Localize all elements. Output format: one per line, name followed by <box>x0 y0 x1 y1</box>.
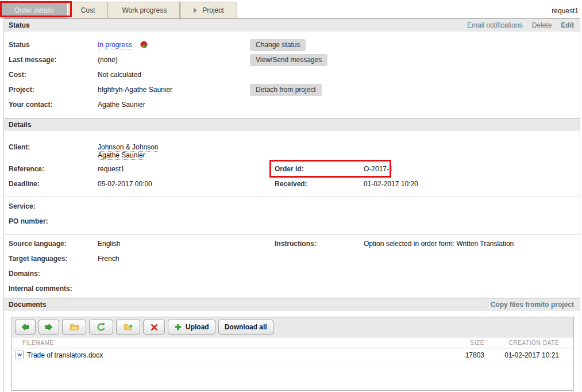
documents-section-title: Documents <box>9 301 46 309</box>
your-contact-row: Your contact: Agathe Saunier <box>4 99 580 114</box>
domains-row: Domains: <box>4 268 580 283</box>
detach-from-project-button[interactable]: Detach from project <box>250 84 322 96</box>
received-value: 01-02-2017 10:20 <box>364 180 418 188</box>
deadline-label: Deadline: <box>9 180 40 188</box>
tab-order-details-label: Order details <box>14 6 54 14</box>
internal-comments-row: Internal comments: <box>4 283 580 298</box>
status-row: Status In progress Change status <box>4 39 580 54</box>
tab-project-label: Project <box>202 6 223 14</box>
cost-value: Not calculated <box>98 71 141 79</box>
status-section-title: Status <box>9 21 30 29</box>
documents-file-panel: Upload Download all FILENAME SIZE CREATI… <box>11 317 574 391</box>
creation-date-column-header: CREATION DATE <box>484 340 573 346</box>
status-label: Status <box>9 41 30 49</box>
tab-bar: Order details Cost Work progress Project… <box>0 0 582 18</box>
service-label: Service: <box>9 202 36 210</box>
edit-link[interactable]: Edit <box>561 21 574 29</box>
forward-arrow-icon <box>44 322 53 332</box>
project-value-link[interactable]: hfghfryh-Agathe Saunier <box>98 86 172 94</box>
documents-table-header: FILENAME SIZE CREATION DATE <box>12 337 573 348</box>
tab-cost-label: Cost <box>81 6 95 14</box>
pie-chart-status-icon <box>140 41 148 50</box>
plus-icon <box>174 323 182 331</box>
documents-section-header: Documents Copy files from/to project <box>4 298 580 311</box>
cost-label: Cost: <box>9 71 26 79</box>
refresh-button[interactable] <box>89 320 113 335</box>
deadline-received-row: Deadline: 05-02-2017 00:00 Received: 01-… <box>4 178 580 193</box>
instructions-value: Option selected in order form: Written T… <box>364 240 514 248</box>
status-section-actions: Email notifications Delete Edit <box>467 21 574 29</box>
open-folder-button[interactable] <box>62 320 86 335</box>
client-company-link[interactable]: Johnson & Johnson <box>98 143 158 152</box>
documents-toolbar: Upload Download all <box>12 317 573 337</box>
last-message-label: Last message: <box>9 56 56 64</box>
last-message-value: (none) <box>98 56 118 64</box>
client-label: Client: <box>9 143 30 151</box>
tab-work-progress[interactable]: Work progress <box>109 2 180 18</box>
documents-table: FILENAME SIZE CREATION DATE W Trade of t… <box>12 337 573 362</box>
details-rows: Client: Johnson & Johnson Agathe Saunier… <box>4 131 580 298</box>
internal-comments-label: Internal comments: <box>9 285 72 293</box>
back-arrow-button[interactable] <box>15 320 36 335</box>
view-send-messages-button[interactable]: View/Send messages <box>250 54 327 66</box>
back-arrow-icon <box>21 322 30 332</box>
source-language-value: English <box>98 240 120 248</box>
reference-value: request1 <box>98 165 125 173</box>
tab-order-details[interactable]: Order details <box>1 2 67 18</box>
received-label: Received: <box>275 180 307 188</box>
reference-orderid-row: Reference: request1 Order Id: O-2017-1 <box>4 163 580 178</box>
delete-x-icon <box>150 323 159 332</box>
word-document-icon: W <box>16 351 24 359</box>
copy-files-link[interactable]: Copy files from/to project <box>491 301 574 309</box>
refresh-icon <box>97 322 106 332</box>
divider <box>4 197 580 197</box>
order-reference-text: request1 <box>552 7 579 15</box>
delete-file-button[interactable] <box>143 320 165 335</box>
new-folder-icon <box>124 322 133 332</box>
reference-label: Reference: <box>9 165 44 173</box>
last-message-row: Last message: (none) View/Send messages <box>4 54 580 69</box>
new-folder-button[interactable] <box>116 320 140 335</box>
target-languages-value: French <box>98 255 119 263</box>
po-number-label: PO number: <box>9 217 48 225</box>
status-value-link[interactable]: In progress <box>98 41 132 49</box>
target-languages-row: Target languages: French <box>4 253 580 268</box>
open-folder-icon <box>70 322 79 332</box>
tab-cost[interactable]: Cost <box>68 2 109 18</box>
status-section-header: Status Email notifications Delete Edit <box>4 18 580 32</box>
domains-label: Domains: <box>9 270 40 278</box>
triangle-right-icon <box>194 7 197 13</box>
tab-project[interactable]: Project <box>180 2 237 18</box>
email-notifications-link[interactable]: Email notifications <box>467 21 523 29</box>
delete-link[interactable]: Delete <box>532 21 552 29</box>
details-section-header: Details <box>4 118 580 131</box>
service-row: Service: <box>4 201 580 216</box>
client-contact-link[interactable]: Agathe Saunier <box>98 151 145 160</box>
upload-button-label: Upload <box>186 323 209 331</box>
download-all-button[interactable]: Download all <box>218 320 273 335</box>
change-status-button[interactable]: Change status <box>250 39 306 51</box>
file-creation-date: 01-02-2017 10:21 <box>484 351 573 359</box>
divider <box>4 234 580 235</box>
filename-column-header: FILENAME <box>12 340 438 346</box>
deadline-value: 05-02-2017 00:00 <box>98 180 152 188</box>
download-all-button-label: Download all <box>225 323 267 331</box>
instructions-label: Instructions: <box>275 240 317 248</box>
upload-button[interactable]: Upload <box>168 320 215 335</box>
order-id-label: Order Id: <box>275 165 304 173</box>
size-column-header: SIZE <box>438 340 484 346</box>
table-row[interactable]: W Trade of translators.docx 17803 01-02-… <box>12 348 573 362</box>
project-label: Project: <box>9 86 34 94</box>
project-row: Project: hfghfryh-Agathe Saunier Detach … <box>4 84 580 99</box>
forward-arrow-button[interactable] <box>38 320 59 335</box>
cost-row: Cost: Not calculated <box>4 69 580 84</box>
target-languages-label: Target languages: <box>9 255 67 263</box>
file-name: Trade of translators.docx <box>27 351 103 359</box>
tab-work-progress-label: Work progress <box>122 6 167 14</box>
client-row: Client: Johnson & Johnson Agathe Saunier <box>4 141 580 159</box>
source-language-instructions-row: Source language: English Instructions: O… <box>4 238 580 253</box>
your-contact-value-link[interactable]: Agathe Saunier <box>98 101 145 109</box>
status-rows: Status In progress Change status Last me… <box>4 32 580 118</box>
content-area: Status Email notifications Delete Edit S… <box>3 18 580 392</box>
your-contact-label: Your contact: <box>9 101 52 109</box>
